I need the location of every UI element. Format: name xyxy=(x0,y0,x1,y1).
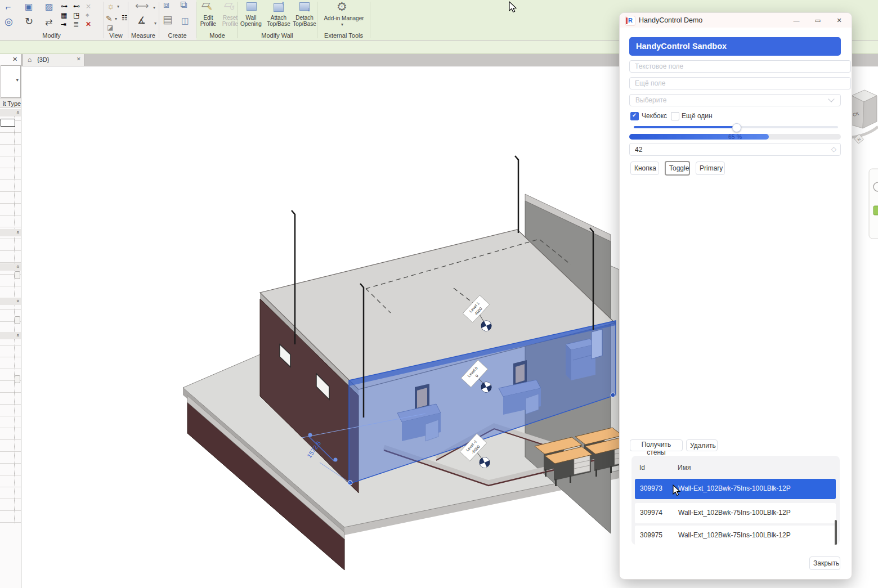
create-similar-icon[interactable]: ◎ xyxy=(5,18,13,26)
collapse-icon[interactable]: « xyxy=(15,334,20,336)
tab-close-icon[interactable]: ✕ xyxy=(77,56,81,62)
grid-row-1[interactable]: 309974 Wall-Ext_102Bwk-75Ins-100LBlk-12P xyxy=(635,503,836,523)
checkbox-box-0[interactable] xyxy=(630,112,639,120)
group-separator xyxy=(104,2,104,38)
caret-down-icon[interactable]: ▾ xyxy=(117,4,119,9)
grid-icon[interactable]: ▦ xyxy=(61,12,67,19)
delete-icon[interactable]: ✕ xyxy=(86,21,91,28)
rotate-icon[interactable]: ↻ xyxy=(25,17,33,25)
dimension-grip[interactable] xyxy=(308,433,312,437)
measure-line-icon[interactable]: ⟷ xyxy=(135,2,149,10)
offset-icon[interactable]: ⇥ xyxy=(61,21,66,28)
minimize-button[interactable]: — xyxy=(791,15,802,25)
edit-type-button[interactable]: it Type xyxy=(0,98,21,108)
align-icon[interactable]: ≣ xyxy=(73,21,79,28)
numeric-input[interactable] xyxy=(630,143,837,155)
ribbon-group-measure[interactable]: Measure xyxy=(128,32,158,39)
hidden-lines-icon[interactable]: ☷ xyxy=(122,15,128,21)
detach-top-base-button[interactable]: DetachTop/Base xyxy=(288,15,321,27)
active-property-cell[interactable] xyxy=(1,119,15,127)
dialog-title: HandyControl Demo xyxy=(639,16,702,24)
spinner-icon[interactable]: ◇ xyxy=(831,145,836,153)
ribbon-group-create[interactable]: Create xyxy=(159,32,195,39)
panel-green-icon[interactable] xyxy=(873,206,878,215)
assembly-icon[interactable]: ⧉ xyxy=(180,1,187,9)
tab-3d-view[interactable]: ⌂ {3D} ✕ xyxy=(23,54,85,66)
paintbrush-icon[interactable]: ✎ xyxy=(106,15,113,23)
close-button[interactable]: ✕ xyxy=(834,15,845,25)
unjoin-icon[interactable]: ⊷ xyxy=(73,3,80,10)
numeric-updown[interactable]: ◇ xyxy=(629,143,841,156)
edit-geometry-icon[interactable]: ▨ xyxy=(45,3,53,11)
text-field-2[interactable] xyxy=(629,77,851,89)
caret-down-icon[interactable]: ▾ xyxy=(154,21,156,26)
close-dialog-button[interactable]: Закрыть xyxy=(809,556,840,570)
ribbon-group-modify-wall[interactable]: Modify Wall xyxy=(238,32,316,39)
grid-row-0[interactable]: 309973 Wall-Ext_102Bwk-75Ins-100LBlk-12P xyxy=(635,479,836,499)
panel-close-icon[interactable]: ✕ xyxy=(12,56,17,63)
browse-button[interactable] xyxy=(15,316,20,324)
viewcube-compass[interactable] xyxy=(851,127,878,137)
checkbox-label[interactable]: Чекбокс xyxy=(642,112,667,120)
type-selector[interactable]: ▾ xyxy=(1,65,21,98)
slider-thumb[interactable] xyxy=(732,123,741,132)
wall-opening-icon[interactable] xyxy=(247,2,257,11)
split-icon[interactable]: ⨯ xyxy=(86,3,91,10)
property-group-header[interactable]: « xyxy=(0,332,21,339)
wall-opening-button[interactable]: WallOpening xyxy=(236,15,266,27)
dialog-titlebar[interactable]: R HandyControl Demo — ▭ ✕ xyxy=(620,13,852,28)
caret-down-icon[interactable]: ▾ xyxy=(341,22,343,27)
edit-profile-button[interactable]: EditProfile xyxy=(196,15,221,27)
caret-down-icon[interactable]: ▾ xyxy=(153,5,155,10)
ribbon-group-external-tools[interactable]: External Tools xyxy=(318,32,369,39)
sandbox-header: HandyControl Sandbox xyxy=(629,37,841,56)
join-icon[interactable]: ⊶ xyxy=(61,3,68,10)
parts-icon[interactable]: ◫ xyxy=(181,17,189,25)
browse-button[interactable] xyxy=(15,375,20,383)
property-group-header[interactable]: « xyxy=(0,229,21,236)
viewcube[interactable]: CK N xyxy=(851,90,878,143)
collapse-icon[interactable]: « xyxy=(15,299,20,302)
cope-icon[interactable]: ⌐ xyxy=(6,3,11,11)
toggle-button[interactable]: Toggle xyxy=(665,161,690,176)
chevron-down-icon xyxy=(828,96,834,102)
addin-manager-button[interactable]: Add-in Manager xyxy=(319,15,369,21)
maximize-button[interactable]: ▭ xyxy=(812,15,823,25)
group-icon[interactable]: ▤ xyxy=(163,16,173,24)
arrow-down-icon: ↓ xyxy=(307,6,311,12)
get-walls-button[interactable]: Получить стены xyxy=(630,439,683,451)
grid-column-id[interactable]: Id xyxy=(639,464,645,472)
browse-button[interactable] xyxy=(15,271,20,279)
measure-angle-icon[interactable]: ∡ xyxy=(137,17,146,25)
pin-icon[interactable]: ⌖ xyxy=(86,12,89,19)
delete-button[interactable]: Удалить xyxy=(686,439,718,451)
activate-controls-icon[interactable]: ▣ xyxy=(25,3,33,11)
ribbon-group-mode[interactable]: Mode xyxy=(198,32,236,39)
dimension-grip[interactable] xyxy=(334,458,338,462)
collapse-icon[interactable]: « xyxy=(15,111,20,114)
plain-button[interactable]: Кнопка xyxy=(630,161,659,175)
collapse-icon[interactable]: « xyxy=(15,231,20,234)
grid-column-name[interactable]: Имя xyxy=(678,464,691,472)
grid-scrollbar[interactable] xyxy=(835,520,837,545)
combo-box[interactable]: Выберите xyxy=(629,94,841,106)
property-group-header[interactable]: « xyxy=(0,109,21,116)
checkbox-label[interactable]: Ещё один xyxy=(682,112,713,120)
primary-button[interactable]: Primary xyxy=(696,161,725,175)
property-group-header[interactable]: « xyxy=(0,263,21,271)
ribbon-group-view[interactable]: View xyxy=(105,32,127,39)
section-box-icon[interactable]: ◪ xyxy=(107,24,113,31)
lightbulb-icon[interactable]: ☼ xyxy=(107,2,115,10)
wall-grip[interactable] xyxy=(611,393,615,397)
caret-down-icon[interactable]: ▾ xyxy=(115,16,117,21)
checkbox-box-1[interactable] xyxy=(671,112,679,120)
component-icon[interactable]: ⧈ xyxy=(163,1,169,9)
grid-row-2[interactable]: 309975 Wall-Ext_102Bwk-75Ins-100LBlk-12P xyxy=(635,526,836,545)
slider[interactable] xyxy=(634,126,838,128)
copy-icon[interactable]: ◳ xyxy=(73,12,79,19)
collapse-icon[interactable]: « xyxy=(15,265,20,268)
ribbon-group-modify[interactable]: Modify xyxy=(0,32,103,39)
text-field-1[interactable] xyxy=(629,60,851,73)
property-group-header[interactable]: « xyxy=(0,298,21,305)
move-icon[interactable]: ⇄ xyxy=(45,19,52,26)
